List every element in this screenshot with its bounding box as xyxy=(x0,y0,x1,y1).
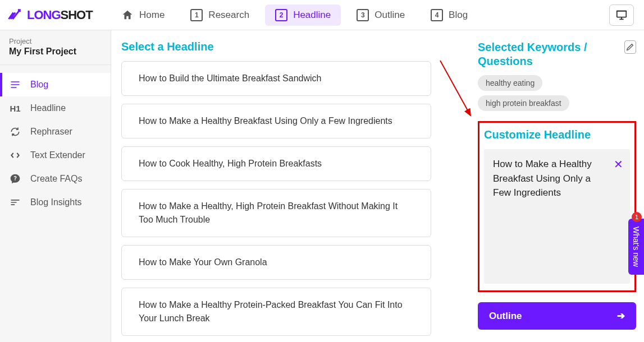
sidebar-item-blog[interactable]: Blog xyxy=(0,73,111,96)
content-area: Select a Headline How to Build the Ultim… xyxy=(111,30,470,342)
svg-rect-0 xyxy=(617,11,627,17)
nav-research-label: Research xyxy=(208,10,249,21)
sidebar-item-label: Headline xyxy=(30,103,66,113)
customize-headline-text: How to Make a Healthy Breakfast Using On… xyxy=(493,157,621,200)
customize-title: Customize Headline xyxy=(484,128,630,141)
sidebar-item-label: Create FAQs xyxy=(30,174,82,184)
clear-headline-button[interactable]: ✕ xyxy=(614,156,623,173)
main-layout: Project My First Project Blog H1 Headlin… xyxy=(0,30,644,342)
sidebar-item-blog-insights[interactable]: Blog Insights xyxy=(0,191,111,214)
logo-text-shot: SHOT xyxy=(61,8,93,22)
step-1-icon: 1 xyxy=(190,9,203,21)
sidebar-item-label: Rephraser xyxy=(30,127,72,137)
step-4-icon: 4 xyxy=(431,9,443,21)
presentation-icon xyxy=(615,9,628,21)
nav-home-label: Home xyxy=(139,10,165,21)
arrow-right-icon: ➔ xyxy=(617,310,625,322)
whats-new-button[interactable]: What's new xyxy=(628,219,644,275)
presentation-button[interactable] xyxy=(609,4,634,26)
logo-icon xyxy=(4,7,25,23)
step-2-icon: 2 xyxy=(275,9,287,21)
sidebar-item-headline[interactable]: H1 Headline xyxy=(0,96,111,120)
keyword-chip[interactable]: high protein breakfast xyxy=(478,95,569,111)
top-nav: Home 1 Research 2 Headline 3 Outline 4 B… xyxy=(111,4,609,26)
keyword-chip[interactable]: healthy eating xyxy=(478,75,542,91)
keywords-title: Selected Keywords / Questions xyxy=(478,40,624,68)
nav-research[interactable]: 1 Research xyxy=(180,4,259,26)
headline-card[interactable]: How to Cook Healthy, High Protein Breakf… xyxy=(121,146,431,181)
h1-icon: H1 xyxy=(9,102,21,114)
outline-button[interactable]: Outline ➔ xyxy=(478,302,636,330)
nav-blog-label: Blog xyxy=(449,10,468,21)
headline-card[interactable]: How to Make a Healthy, High Protein Brea… xyxy=(121,189,431,237)
customize-headline-box: Customize Headline How to Make a Healthy… xyxy=(478,121,636,292)
refresh-icon xyxy=(9,126,21,138)
sidebar-item-label: Blog xyxy=(30,80,48,90)
project-box[interactable]: Project My First Project xyxy=(0,30,111,65)
nav-home[interactable]: Home xyxy=(111,4,175,26)
headlines-list: How to Build the Ultimate Breakfast Sand… xyxy=(121,61,431,342)
customize-headline-input[interactable]: How to Make a Healthy Breakfast Using On… xyxy=(484,149,630,284)
blog-icon xyxy=(9,78,21,91)
home-icon xyxy=(121,9,134,21)
insights-icon xyxy=(9,196,21,209)
nav-blog[interactable]: 4 Blog xyxy=(421,4,478,26)
sidebar-item-label: Blog Insights xyxy=(30,197,82,207)
nav-headline-label: Headline xyxy=(293,10,331,21)
headline-card[interactable]: How to Make a Healthy Breakfast Using On… xyxy=(121,104,431,138)
pencil-icon xyxy=(625,43,634,52)
expand-icon xyxy=(9,149,21,161)
right-panel: Selected Keywords / Questions healthy ea… xyxy=(470,30,644,342)
whats-new-label: What's new xyxy=(632,227,641,267)
keyword-chips: healthy eatinghigh protein breakfast xyxy=(478,75,636,111)
keywords-header: Selected Keywords / Questions xyxy=(478,40,636,68)
sidebar-list: Blog H1 Headline Rephraser Text Extender… xyxy=(0,65,111,214)
sidebar-item-label: Text Extender xyxy=(30,150,85,160)
nav-outline-label: Outline xyxy=(374,10,405,21)
sidebar: Project My First Project Blog H1 Headlin… xyxy=(0,30,111,342)
top-bar: LONGSHOT Home 1 Research 2 Headline 3 Ou… xyxy=(0,0,644,30)
headline-card[interactable]: How to Make Your Own Granola xyxy=(121,245,431,280)
section-title: Select a Headline xyxy=(121,40,459,53)
sidebar-item-create-faqs[interactable]: Create FAQs xyxy=(0,167,111,191)
edit-keywords-button[interactable] xyxy=(624,40,636,54)
whats-new-badge: 1 xyxy=(632,212,642,222)
headline-card[interactable]: How to Build the Ultimate Breakfast Sand… xyxy=(121,61,431,96)
project-label: Project xyxy=(9,37,102,45)
outline-button-label: Outline xyxy=(489,311,522,322)
logo[interactable]: LONGSHOT xyxy=(0,7,111,23)
step-3-icon: 3 xyxy=(357,9,369,21)
nav-headline[interactable]: 2 Headline xyxy=(265,4,341,26)
headline-card[interactable]: How to Make a Healthy Protein-Packed Bre… xyxy=(121,288,431,336)
logo-text-long: LONG xyxy=(27,8,61,22)
sidebar-item-text-extender[interactable]: Text Extender xyxy=(0,144,111,167)
sidebar-item-rephraser[interactable]: Rephraser xyxy=(0,120,111,144)
project-name: My First Project xyxy=(9,47,102,57)
chat-question-icon xyxy=(9,173,21,185)
nav-outline[interactable]: 3 Outline xyxy=(346,4,415,26)
